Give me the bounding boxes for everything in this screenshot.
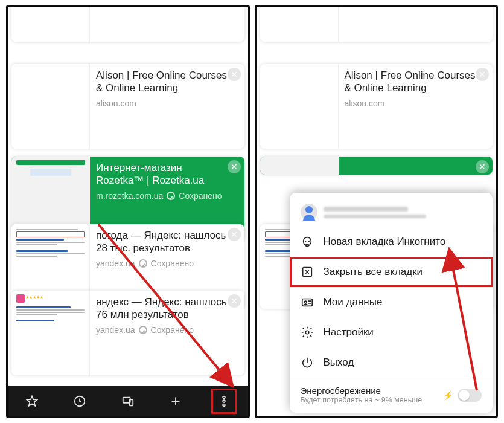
saved-icon	[139, 326, 147, 334]
energy-subtitle: Будет потреблять на ~ 9% меньше	[301, 396, 442, 404]
tab-card-active[interactable]: ✕	[260, 157, 493, 175]
overflow-menu-panel: Новая вкладка Инкогнито Закрыть все вкла…	[290, 193, 493, 413]
tab-title: Alison | Free Online Courses & Online Le…	[345, 69, 476, 95]
menu-item-my-data[interactable]: Мои данные	[290, 287, 493, 317]
tab-domain: m.rozetka.com.ua	[96, 191, 163, 201]
svg-point-3	[223, 396, 225, 399]
close-tab-button[interactable]: ✕	[476, 160, 489, 173]
svg-point-5	[223, 404, 225, 407]
tab-domain: yandex.ua	[96, 259, 135, 268]
svg-rect-9	[302, 299, 312, 306]
menu-item-label: Новая вкладка Инкогнито	[324, 236, 446, 248]
tab-card[interactable]: ★★★★★ яндекс — Яндекс: нашлось 76 млн ре…	[11, 291, 244, 375]
tab-title: Alison | Free Online Courses & Online Le…	[96, 69, 228, 95]
devices-button[interactable]	[116, 389, 140, 413]
menu-item-incognito[interactable]: Новая вкладка Инкогнито	[290, 227, 493, 257]
tab-title: погода — Яндекс: нашлось 28 тыс. результ…	[96, 229, 228, 255]
close-tab-button[interactable]: ✕	[228, 228, 241, 241]
close-tab-button[interactable]: ✕	[228, 160, 241, 173]
new-tab-button[interactable]	[164, 389, 188, 413]
tab-thumbnail	[11, 7, 90, 42]
svg-point-4	[223, 400, 225, 402]
close-tab-button[interactable]: ✕	[228, 68, 241, 81]
tab-thumbnail	[260, 7, 339, 42]
menu-item-label: Закрыть все вкладки	[324, 266, 423, 278]
id-card-icon	[301, 295, 314, 309]
svg-point-7	[308, 241, 309, 242]
account-email-blurred	[324, 215, 426, 218]
incognito-icon	[301, 235, 314, 248]
tab-card[interactable]: Alison | Free Online Courses & Online Le…	[11, 64, 244, 149]
tab-status: Сохранено	[151, 259, 194, 268]
svg-point-11	[305, 331, 309, 334]
power-icon	[301, 356, 314, 369]
account-name-blurred	[324, 207, 408, 212]
tab-title: Интернет-магазин Rozetka™ | Rozetka.ua	[96, 161, 228, 187]
tabs-switcher: 2 млн результатов yandex.ua Сохранено ✕ …	[8, 7, 248, 386]
tab-card[interactable]: 2 млн результатов yandex.ua Сохранено ✕	[260, 7, 493, 42]
menu-item-settings[interactable]: Настройки	[290, 317, 493, 347]
account-row[interactable]	[290, 195, 493, 227]
tabs-switcher: 2 млн результатов yandex.ua Сохранено ✕ …	[257, 7, 497, 416]
close-tab-button[interactable]: ✕	[228, 294, 241, 308]
more-menu-button[interactable]	[212, 389, 236, 413]
close-tab-button[interactable]: ✕	[476, 68, 489, 81]
tab-thumbnail: ★★★★★	[11, 291, 90, 375]
svg-point-6	[305, 241, 306, 242]
avatar-icon	[301, 204, 317, 221]
gear-icon	[301, 326, 314, 339]
menu-item-exit[interactable]: Выход	[290, 347, 493, 378]
close-all-icon	[301, 265, 314, 279]
tab-title: яндекс — Яндекс: нашлось 76 млн результа…	[96, 295, 228, 321]
tab-thumbnail	[11, 64, 90, 149]
energy-toggle[interactable]	[458, 389, 482, 402]
history-button[interactable]	[68, 389, 92, 413]
tab-card[interactable]: Alison | Free Online Courses & Online Le…	[260, 64, 493, 149]
tab-thumbnail	[260, 64, 339, 149]
svg-point-10	[304, 301, 307, 303]
tab-status: Сохранено	[179, 191, 222, 201]
menu-item-label: Настройки	[324, 326, 374, 338]
tab-thumbnail	[260, 157, 339, 175]
bolt-icon: ⚡	[442, 390, 454, 400]
tab-domain: alison.com	[96, 98, 136, 108]
phone-left: 2 млн результатов yandex.ua Сохранено ✕ …	[6, 5, 250, 418]
phone-right: 2 млн результатов yandex.ua Сохранено ✕ …	[255, 5, 499, 418]
energy-title: Энергосбережение	[301, 386, 442, 396]
menu-item-label: Выход	[324, 357, 354, 369]
saved-icon	[167, 192, 175, 200]
tab-status: Сохранено	[151, 325, 194, 335]
menu-item-close-all-tabs[interactable]: Закрыть все вкладки	[290, 257, 493, 287]
bookmark-button[interactable]	[20, 389, 44, 413]
bottom-toolbar	[8, 386, 248, 416]
tab-card[interactable]: 2 млн результатов yandex.ua Сохранено ✕	[11, 7, 244, 42]
svg-rect-2	[130, 399, 133, 405]
tab-domain: alison.com	[345, 98, 385, 108]
saved-icon	[139, 259, 147, 268]
tab-domain: yandex.ua	[96, 325, 135, 335]
menu-item-label: Мои данные	[324, 296, 383, 308]
energy-saving-row[interactable]: Энергосбережение Будет потреблять на ~ 9…	[290, 378, 493, 407]
